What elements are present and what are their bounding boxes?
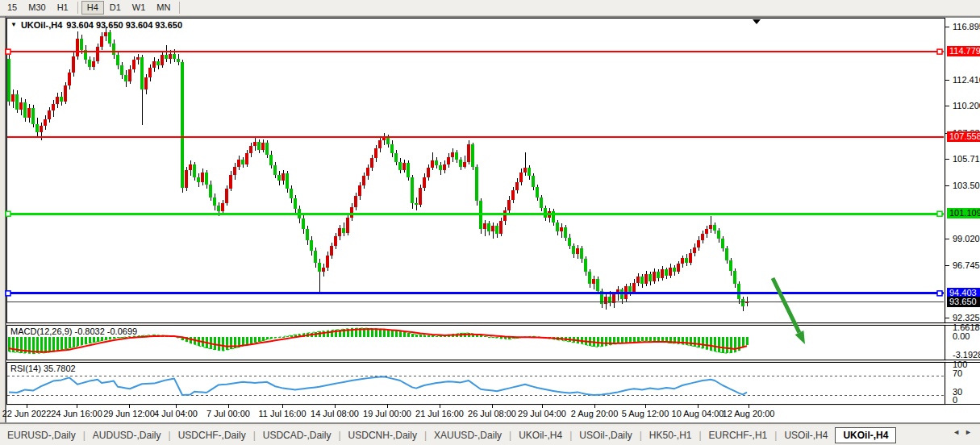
- candle-body-down: [648, 274, 652, 281]
- candle-body-up: [326, 256, 329, 268]
- line-handle[interactable]: [6, 291, 10, 296]
- candle-body-down: [411, 177, 414, 203]
- chart-tab-xauusddaily[interactable]: XAUUSD-,Daily: [427, 427, 509, 443]
- candle-body-up: [11, 94, 15, 102]
- chart-tab-eurchfh1[interactable]: EURCHF-,H1: [702, 427, 775, 443]
- time-axis-label: 4 Jul 04:00: [154, 409, 198, 418]
- candle-body-up: [128, 69, 131, 81]
- candle-body-down: [673, 268, 676, 272]
- time-axis-label: 7 Jul 00:00: [206, 409, 250, 418]
- macd-histogram-bar: [60, 337, 63, 351]
- chart-tab-ukoilh4[interactable]: UKOil-,H4: [511, 427, 569, 443]
- candle-body-down: [568, 238, 571, 246]
- macd-histogram-bar: [93, 337, 95, 343]
- candle-body-up: [350, 207, 353, 218]
- chart-tab-bar: EURUSD-,Daily|AUDUSD-,Daily|USDCHF-,Dail…: [0, 426, 980, 445]
- chart-tab-usdcnhdaily[interactable]: USDCNH-,Daily: [341, 427, 424, 443]
- macd-histogram-bar: [97, 337, 99, 342]
- chart-tab-usdcaddaily[interactable]: USDCAD-,Daily: [256, 427, 339, 443]
- line-handle[interactable]: [937, 49, 942, 54]
- price-tick-label: 92.325: [953, 314, 980, 322]
- macd-histogram-bar: [262, 337, 265, 341]
- candle-body-down: [596, 279, 599, 291]
- candle-body-down: [197, 177, 200, 182]
- line-handle[interactable]: [6, 211, 10, 216]
- macd-histogram-bar: [214, 337, 216, 350]
- macd-histogram-bar: [694, 337, 696, 347]
- candle-body-down: [620, 289, 623, 299]
- line-handle[interactable]: [937, 291, 942, 296]
- chart-tab-hk50h1[interactable]: HK50-,H1: [642, 427, 699, 443]
- macd-histogram-bar: [222, 337, 224, 351]
- candle-body-down: [657, 272, 660, 277]
- candle-body-down: [294, 198, 297, 209]
- candle-body-up: [346, 218, 349, 233]
- chart-tab-eurusddaily[interactable]: EURUSD-,Daily: [0, 427, 83, 443]
- line-handle[interactable]: [937, 211, 942, 216]
- candle-body-down: [564, 227, 567, 238]
- candle-body-down: [60, 97, 63, 102]
- candle-body-down: [177, 59, 180, 62]
- arrow-annotation-head[interactable]: [795, 331, 805, 344]
- candle-body-down: [286, 173, 289, 189]
- candle-body-down: [455, 152, 458, 160]
- candle-body-up: [338, 228, 341, 236]
- macd-histogram-bar: [250, 337, 252, 344]
- macd-histogram-bar: [254, 337, 256, 343]
- candle-body-up: [483, 223, 486, 229]
- candle-body-up: [148, 68, 152, 77]
- arrow-annotation-shaft[interactable]: [773, 278, 799, 333]
- candle-body-up: [697, 240, 700, 247]
- candle-body-up: [491, 226, 494, 231]
- candle-body-up: [447, 157, 450, 164]
- time-axis-label: 24 Jun 16:00: [51, 409, 102, 418]
- candle-body-up: [370, 158, 373, 168]
- macd-histogram-bar: [8, 337, 10, 352]
- candle-body-up: [52, 104, 55, 111]
- candle-body-down: [665, 269, 668, 275]
- candle-body-up: [56, 97, 59, 104]
- chart-tab-usdchfdaily[interactable]: USDCHF-,Daily: [171, 427, 253, 443]
- time-axis-label: 5 Aug 12:00: [622, 409, 669, 418]
- macd-histogram-bar: [36, 337, 39, 354]
- tab-scroll-left-icon[interactable]: ◄: [953, 428, 965, 436]
- candle-body-up: [233, 167, 236, 175]
- candle-body-up: [221, 203, 224, 211]
- macd-histogram-bar: [702, 337, 704, 349]
- candle-body-down: [407, 163, 410, 177]
- macd-histogram-bar: [653, 337, 656, 342]
- candle-body-up: [511, 190, 515, 200]
- scroll-end-marker-icon[interactable]: [753, 19, 761, 24]
- candle-body-down: [310, 240, 313, 251]
- chart-tab-audusddaily[interactable]: AUDUSD-,Daily: [85, 427, 169, 443]
- candle-body-down: [628, 286, 632, 292]
- time-axis-label: 2 Aug 20:00: [571, 409, 619, 418]
- candle-body-up: [237, 160, 240, 167]
- candle-body-down: [540, 198, 543, 208]
- candle-body-up: [249, 146, 252, 153]
- macd-histogram-bar: [48, 337, 51, 352]
- chart-tab-ukoilh4-active[interactable]: UKOil-,H4: [835, 427, 896, 443]
- candle-body-down: [532, 176, 535, 186]
- mt4-terminal: 15M30H1H4D1W1MN ▼ UKOil-,H4 93.604 93.65…: [0, 0, 980, 445]
- candle-body-down: [241, 160, 244, 164]
- collapse-triangle-icon[interactable]: ▼: [10, 22, 17, 28]
- candle-body-up: [632, 283, 636, 293]
- candle-body-up: [229, 175, 232, 189]
- macd-histogram-bar: [395, 331, 398, 336]
- candle-body-down: [471, 144, 474, 167]
- macd-histogram-bar: [266, 337, 269, 340]
- tab-scroll-right-icon[interactable]: ►: [965, 428, 977, 436]
- candle-body-down: [88, 60, 91, 67]
- candle-body-down: [269, 155, 273, 165]
- macd-label: MACD(12,26,9) -0.8032 -0.0699: [10, 326, 137, 336]
- candle-body-up: [661, 269, 664, 277]
- macd-histogram-bar: [383, 330, 386, 337]
- candle-body-up: [677, 264, 680, 272]
- price-tick-label: 99.020: [953, 235, 980, 243]
- time-axis-label: 29 Jun 12:00: [103, 409, 155, 418]
- chart-tab-usoilh4[interactable]: USOil-,H4: [777, 427, 835, 443]
- chart-tab-usoildaily[interactable]: USOil-,Daily: [572, 427, 639, 443]
- line-handle[interactable]: [6, 49, 10, 54]
- macd-histogram-bar: [85, 337, 87, 344]
